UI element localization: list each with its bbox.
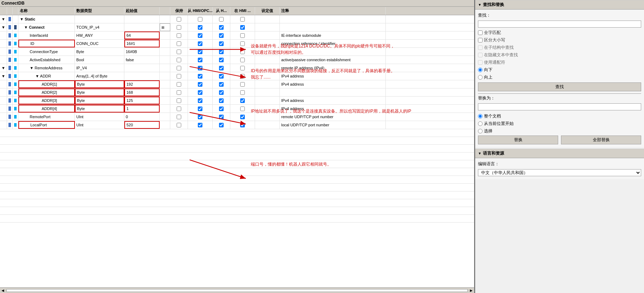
scroll-right-arrow[interactable]: ► (469, 288, 473, 293)
row-hmi2[interactable] (213, 56, 230, 64)
row-hold[interactable] (170, 64, 188, 72)
table-row[interactable]: ADDR[4] Byte 1 IPv4 address (0, 105, 474, 113)
table-row[interactable]: InterfaceId HW_ANY 64 IE-interface submo… (0, 31, 474, 40)
row-hmi1[interactable] (188, 23, 213, 31)
dir-down-radio[interactable] (478, 68, 483, 72)
row-hmi2[interactable] (213, 23, 230, 31)
row-hmi3[interactable] (230, 88, 255, 96)
row-hmi2[interactable] (213, 121, 230, 129)
table-area[interactable]: ▼ ▼ Static ▼ (0, 15, 474, 287)
row-hmi3[interactable] (230, 72, 255, 80)
row-hmi3[interactable] (230, 97, 255, 104)
row-hmi1[interactable] (188, 88, 213, 96)
row-expand[interactable]: ▼ (0, 72, 7, 80)
table-row[interactable]: ▼ ▼ ADDR Array[1..4] of Byte IPv4 addres… (0, 72, 474, 80)
scope-select-radio[interactable] (478, 129, 483, 133)
table-row[interactable]: LocalPort UInt 520 local UDP/TCP port nu… (0, 121, 474, 129)
horizontal-scrollbar[interactable]: ◄ ► (0, 287, 474, 293)
row-hold[interactable] (170, 80, 188, 88)
row-hmi1[interactable] (188, 31, 213, 39)
row-hold[interactable] (170, 48, 188, 56)
row-hmi2[interactable] (213, 113, 230, 121)
row-start-addr2[interactable]: 168 (124, 88, 160, 96)
replace-input[interactable] (478, 103, 641, 110)
row-hmi3[interactable] (230, 113, 255, 121)
wildcard-checkbox[interactable] (478, 60, 483, 65)
table-row[interactable]: ActiveEstablished Bool false active/pass… (0, 56, 474, 64)
table-row[interactable]: ADDR[2] Byte 168 (0, 88, 474, 97)
row-hmi1[interactable] (188, 121, 213, 129)
row-start-interfaceid[interactable]: 64 (124, 31, 160, 39)
row-hmi3[interactable] (230, 80, 255, 88)
row-hmi3[interactable] (230, 48, 255, 56)
row-hmi1[interactable] (188, 40, 213, 47)
row-start-addr3[interactable]: 125 (124, 97, 160, 104)
row-expand[interactable]: ▼ (0, 15, 7, 23)
row-hold[interactable] (170, 31, 188, 39)
row-hmi2[interactable] (213, 72, 230, 80)
row-hold[interactable] (170, 97, 188, 104)
row-hmi2[interactable] (213, 48, 230, 56)
table-row[interactable]: ADDR[1] Byte 192 IPv4 address (0, 80, 474, 88)
row-hold[interactable] (170, 121, 188, 129)
row-hmi2[interactable] (213, 31, 230, 39)
row-hold[interactable] (170, 56, 188, 64)
case-checkbox[interactable] (478, 38, 483, 42)
table-row[interactable]: ADDR[3] Byte 125 IPv4 address (0, 97, 474, 105)
row-hmi3[interactable] (230, 23, 255, 31)
row-start-id[interactable]: 16#1 (124, 40, 160, 47)
scroll-track[interactable] (6, 289, 468, 292)
row-hmi1[interactable] (188, 15, 213, 23)
hidden-checkbox[interactable] (478, 53, 483, 57)
table-row[interactable]: ▼ ▼ RemoteAddress IP_V4 remote IP addres… (0, 64, 474, 72)
row-hmi1[interactable] (188, 80, 213, 88)
row-hmi2[interactable] (213, 40, 230, 47)
scroll-left-arrow[interactable]: ◄ (1, 288, 5, 293)
row-start-localport[interactable]: 520 (124, 121, 160, 129)
row-hmi1[interactable] (188, 48, 213, 56)
row-hmi1[interactable] (188, 113, 213, 121)
row-hold[interactable] (170, 72, 188, 80)
row-hold[interactable] (170, 113, 188, 121)
row-hold[interactable] (170, 40, 188, 47)
row-start-addr4[interactable]: 1 (124, 105, 160, 113)
row-hmi2[interactable] (213, 88, 230, 96)
row-hmi1[interactable] (188, 72, 213, 80)
row-hmi2[interactable] (213, 64, 230, 72)
row-hold[interactable] (170, 105, 188, 113)
replace-all-button[interactable]: 全部替换 (561, 136, 641, 144)
row-hmi1[interactable] (188, 56, 213, 64)
dir-up-radio[interactable] (478, 75, 483, 80)
row-hmi3[interactable] (230, 64, 255, 72)
row-hold[interactable] (170, 15, 188, 23)
edit-lang-select[interactable]: 中文（中华人民共和国） (478, 169, 641, 176)
row-hmi2[interactable] (213, 97, 230, 104)
find-input[interactable] (478, 21, 641, 28)
table-row[interactable]: ▼ ▼ Static (0, 15, 474, 23)
row-hold[interactable] (170, 88, 188, 96)
table-row[interactable]: ConnectionType Byte 16#0B (0, 48, 474, 56)
row-hmi1[interactable] (188, 97, 213, 104)
row-hmi2[interactable] (213, 80, 230, 88)
find-button[interactable]: 查找 (478, 82, 641, 91)
substruct-checkbox[interactable] (478, 45, 483, 50)
replace-button[interactable]: 替换 (478, 136, 558, 144)
scope-all-radio[interactable] (478, 114, 483, 119)
row-hmi3[interactable] (230, 56, 255, 64)
find-replace-header[interactable]: ▼ 查找和替换 (475, 0, 644, 10)
row-hmi2[interactable] (213, 15, 230, 23)
row-expand[interactable]: ▼ (0, 23, 7, 31)
row-hmi3[interactable] (230, 121, 255, 129)
row-hmi3[interactable] (230, 105, 255, 113)
table-row[interactable]: RemotePort UInt 0 remote UDP/TCP port nu… (0, 113, 474, 121)
row-start-addr1[interactable]: 192 (124, 80, 160, 88)
row-hmi3[interactable] (230, 40, 255, 47)
row-hmi3[interactable] (230, 31, 255, 39)
row-icon-btn[interactable]: ⊞ (160, 23, 170, 31)
row-hold[interactable] (170, 23, 188, 31)
table-row[interactable]: ID CONN_OUC 16#1 connection reference / … (0, 40, 474, 48)
fullword-checkbox[interactable] (478, 30, 483, 35)
scope-cursor-radio[interactable] (478, 121, 483, 126)
table-row[interactable]: ▼ ▼ Connect TCON_IP_v4 ⊞ (0, 23, 474, 31)
lang-resource-header[interactable]: ▼ 语言和资源 (475, 149, 644, 158)
